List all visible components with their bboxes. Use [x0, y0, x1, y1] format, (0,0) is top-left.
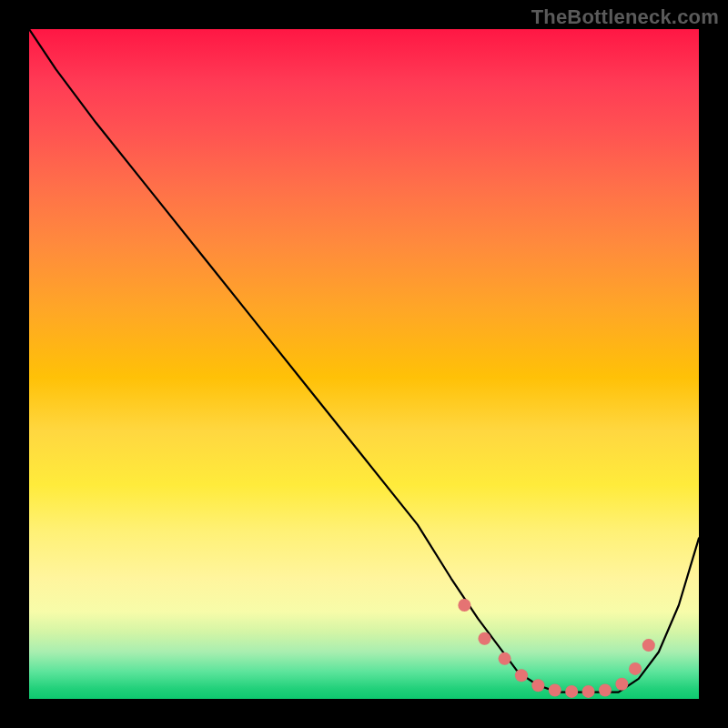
attribution-text: TheBottleneck.com [531, 5, 719, 29]
marker-group [458, 599, 654, 698]
marker-dot [582, 685, 595, 698]
chart-stage: TheBottleneck.com [0, 0, 728, 728]
plot-area [29, 29, 699, 699]
marker-dot [499, 652, 511, 665]
marker-dot [629, 662, 642, 675]
chart-overlay [29, 29, 699, 699]
marker-dot [515, 669, 528, 682]
marker-dot [615, 678, 628, 691]
marker-dot [642, 639, 655, 652]
marker-dot [565, 685, 578, 698]
marker-dot [531, 679, 544, 692]
bottleneck-curve [29, 29, 699, 693]
marker-dot [458, 599, 470, 612]
marker-dot [549, 683, 561, 696]
marker-dot [599, 683, 612, 696]
marker-dot [478, 632, 490, 645]
